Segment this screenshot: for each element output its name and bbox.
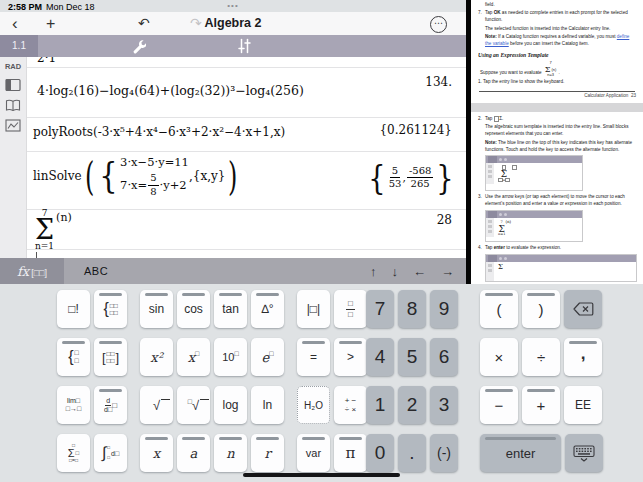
angle-mode-indicator[interactable]: RAD xyxy=(0,62,26,71)
key-nth-root[interactable]: □√ xyxy=(177,386,210,424)
key-ten-power[interactable]: 10□ xyxy=(214,338,247,376)
row-divider xyxy=(27,209,466,210)
history-result-linsolve[interactable]: { 553 , -568265 } xyxy=(366,159,456,195)
key-close-paren[interactable]: ) xyxy=(522,290,560,328)
key-matrix[interactable]: [□□□□] xyxy=(94,338,127,376)
pdf-step-3: Use the arrow keys (or tap each element)… xyxy=(485,194,636,208)
arrow-right-icon[interactable]: → xyxy=(441,264,454,279)
documentation-book-icon[interactable] xyxy=(5,99,21,112)
pdf-footer-rule xyxy=(479,91,635,92)
pdf-text: field. xyxy=(485,2,636,9)
pdf-screenshot-sum-template: Σ= xyxy=(485,155,583,191)
key-2[interactable]: 2 xyxy=(398,386,426,424)
key-cos[interactable]: cos xyxy=(177,290,210,328)
tab-abc-keyboard[interactable]: ABC xyxy=(84,258,108,284)
key-9[interactable]: 9 xyxy=(430,290,458,328)
pdf-note: Note: If a Catalog function requires a d… xyxy=(485,34,636,48)
open-paren: ( xyxy=(85,156,94,196)
key-fraction[interactable]: □□ xyxy=(334,290,367,328)
key-equals[interactable]: = xyxy=(297,338,330,376)
key-0[interactable]: 0 xyxy=(366,434,394,472)
history-result-sum[interactable]: 28 xyxy=(437,213,452,227)
graph-preview-icon[interactable] xyxy=(5,119,21,132)
key-1[interactable]: 1 xyxy=(366,386,394,424)
key-angle-degree[interactable]: ∆° xyxy=(251,290,284,328)
key-dismiss-keyboard[interactable] xyxy=(565,434,603,472)
key-decimal-point[interactable]: . xyxy=(398,434,426,472)
document-toolbar: 1.1 xyxy=(0,35,466,57)
key-x-power[interactable]: x□ xyxy=(177,338,210,376)
history-expression-linsolve[interactable]: linSolve({ 3·x−5·y=11 7·x=58·y+2 ,{x,y}) xyxy=(33,155,241,197)
key-integral[interactable]: ∫□□d□ xyxy=(94,434,127,472)
key-chemistry[interactable]: H₂O xyxy=(297,386,330,424)
key-4[interactable]: 4 xyxy=(366,338,394,376)
row-divider xyxy=(27,151,466,152)
history-result-polyroots[interactable]: {0.261124} xyxy=(379,123,452,137)
settings-sliders-icon[interactable] xyxy=(236,38,252,58)
status-date: Mon Dec 18 xyxy=(46,2,95,12)
pdf-step-7: Tap OK as needed to complete entries in … xyxy=(485,10,636,24)
key-ee[interactable]: EE xyxy=(564,386,602,424)
key-sin[interactable]: sin xyxy=(140,290,173,328)
pdf-step-4: Tap enter to evaluate the expression. xyxy=(485,245,561,252)
key-piecewise[interactable]: {□□□□ xyxy=(94,290,127,328)
key-greater-than[interactable]: > xyxy=(334,338,367,376)
tab-math-keyboard[interactable]: fx[□□] xyxy=(0,258,64,284)
more-options-button[interactable]: ⋯ xyxy=(430,16,447,33)
key-3[interactable]: 3 xyxy=(430,386,458,424)
key-log[interactable]: log xyxy=(214,386,247,424)
key-multiply[interactable]: × xyxy=(480,338,518,376)
key-backspace[interactable] xyxy=(564,290,602,328)
key-enter[interactable]: enter xyxy=(480,434,561,472)
history-expression-clipped[interactable]: 2·1 xyxy=(37,57,56,65)
panel-toggle-icon[interactable] xyxy=(5,78,21,92)
backspace-icon xyxy=(573,302,594,316)
key-factorial[interactable]: □! xyxy=(57,290,90,328)
key-open-paren[interactable]: ( xyxy=(480,290,518,328)
key-tan[interactable]: tan xyxy=(214,290,247,328)
history-expression-sum[interactable]: 7Σn=1 (n) xyxy=(35,209,72,251)
key-comma[interactable]: , xyxy=(564,338,602,376)
key-x-squared[interactable]: x² xyxy=(140,338,173,376)
pdf-screenshot-result: Σ xyxy=(485,254,637,282)
key-8[interactable]: 8 xyxy=(398,290,426,328)
key-absolute-value[interactable]: |□| xyxy=(297,290,330,328)
tools-wrench-icon[interactable] xyxy=(130,38,146,58)
key-limit[interactable]: lim□□→□ xyxy=(57,386,90,424)
key-e-power[interactable]: e□ xyxy=(251,338,284,376)
key-var-a[interactable]: a xyxy=(177,434,210,472)
key-5[interactable]: 5 xyxy=(398,338,426,376)
arrow-left-icon[interactable]: ← xyxy=(413,264,426,279)
key-pi[interactable]: π xyxy=(334,434,367,472)
home-indicator[interactable] xyxy=(243,473,400,477)
key-var-n[interactable]: n xyxy=(214,434,247,472)
arrow-up-icon[interactable]: ↑ xyxy=(370,264,377,279)
key-var-x[interactable]: x xyxy=(140,434,173,472)
key-ln[interactable]: ln xyxy=(251,386,284,424)
history-expression-polyroots[interactable]: polyRoots(-3·x⁵+4·x⁴−6·x³+2·x²−4·x+1,x) xyxy=(33,125,285,139)
key-square-root[interactable]: √ xyxy=(140,386,173,424)
row-divider xyxy=(27,249,466,250)
key-var-r[interactable]: r xyxy=(251,434,284,472)
arrow-down-icon[interactable]: ↓ xyxy=(392,264,399,279)
page-tab-1-1[interactable]: 1.1 xyxy=(0,35,38,57)
key-plus[interactable]: + xyxy=(522,386,560,424)
key-derivative[interactable]: dd□□ xyxy=(94,386,127,424)
key-sign-toggle[interactable]: + −÷ × xyxy=(334,386,367,424)
calculator-history: 2·1 4·log₂(16)−log₄(64)+(log₂(32))³−log₄… xyxy=(27,57,466,258)
key-6[interactable]: 6 xyxy=(430,338,458,376)
key-divide[interactable]: ÷ xyxy=(522,338,560,376)
pdf-text: The algebraic sum template is inserted i… xyxy=(485,124,636,138)
pdf-page-2: 2.Tap Σ. The algebraic sum template is i… xyxy=(471,112,643,284)
key-sum-template[interactable]: □Σ□□=□ xyxy=(57,434,90,472)
window-drag-handle[interactable]: ••• xyxy=(213,1,253,10)
history-result-log[interactable]: 134. xyxy=(425,75,452,89)
history-expression-log[interactable]: 4·log₂(16)−log₄(64)+(log₂(32))³−log₄(256… xyxy=(37,83,304,98)
key-var[interactable]: var xyxy=(297,434,330,472)
key-negate[interactable]: (-) xyxy=(430,434,458,472)
key-minus[interactable]: − xyxy=(480,386,518,424)
status-time: 2:58 PM xyxy=(8,2,42,12)
key-system-2eq[interactable]: {□□ xyxy=(57,338,90,376)
pdf-note: Note: The blue line on the top of this k… xyxy=(485,140,636,154)
key-7[interactable]: 7 xyxy=(366,290,394,328)
